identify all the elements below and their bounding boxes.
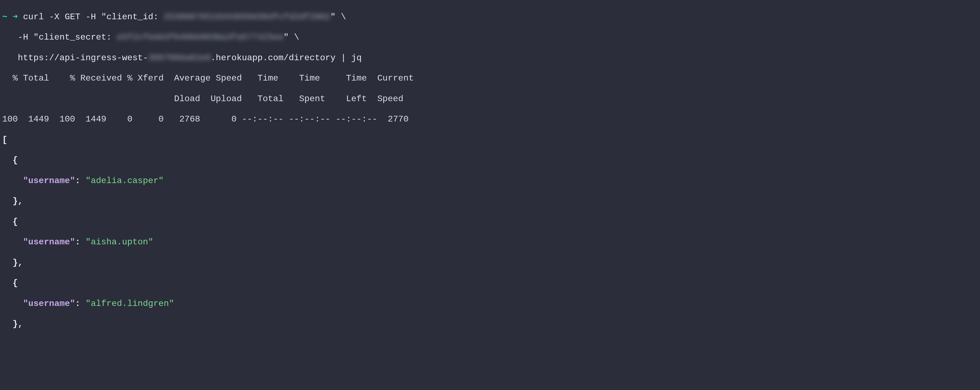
json-object-open: { [2,217,978,227]
cmd-l3a: https://api-ingress-west- [2,53,148,63]
json-value-username: "adelia.casper" [86,176,164,186]
cmd-l3b: .herokuapp.com/directory | jq [210,53,362,63]
json-object-open: { [2,155,978,165]
json-object-close: }, [2,258,978,268]
cmd-l1b: " \ [331,12,346,22]
redacted-client-secret: e5f2cfA4A3f6496A9036a3fa5771C5ee [117,32,283,43]
json-array-open: [ [2,135,978,145]
json-object-close: }, [2,196,978,206]
json-key-username: "username" [23,237,75,247]
prompt-arrow-icon: ➜ [13,12,18,22]
json-kv-row: "username": "adelia.casper" [2,176,978,186]
json-object-close: }, [2,319,978,329]
command-line-2: -H "client_secret: e5f2cfA4A3f6496A9036a… [2,32,978,43]
command-line-1: ~ ➜ curl -X GET -H "client_id: 253088765… [2,12,978,22]
json-value-username: "aisha.upton" [86,237,153,247]
json-kv-row: "username": "alfred.lindgren" [2,299,978,309]
json-value-username: "alfred.lindgren" [86,299,174,309]
progress-row: 100 1449 100 1449 0 0 2768 0 --:--:-- --… [2,114,978,124]
cmd-l2b: " \ [283,32,299,42]
redacted-host-suffix: 3097006a82e0 [148,53,210,63]
json-object-open: { [2,278,978,288]
progress-header-1: % Total % Received % Xferd Average Speed… [2,73,978,84]
json-kv-row: "username": "aisha.upton" [2,237,978,247]
progress-header-2: Dload Upload Total Spent Left Speed [2,94,978,104]
cmd-l1a: curl -X GET -H "client_id: [18,12,164,22]
prompt-tilde: ~ [2,12,7,22]
json-key-username: "username" [23,176,75,186]
cmd-l2a: -H "client_secret: [2,32,117,42]
redacted-client-id: 25308876519343659d36dfcfd2df2802 [164,12,331,22]
json-key-username: "username" [23,299,75,309]
command-line-3: https://api-ingress-west-3097006a82e0.he… [2,53,978,63]
terminal-output[interactable]: ~ ➜ curl -X GET -H "client_id: 253088765… [0,0,980,339]
